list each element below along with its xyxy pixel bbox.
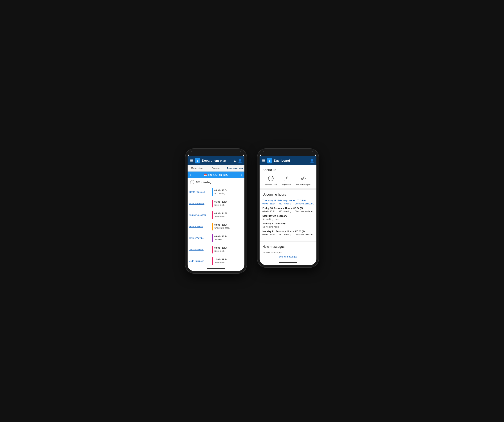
- settings-icon[interactable]: ⚙: [234, 159, 237, 163]
- my-work-time-icon: [267, 174, 275, 182]
- tab-requests[interactable]: Requests: [206, 165, 225, 171]
- employee-list: Bente Pedersen06:30 - 13:54AccountingBri…: [188, 186, 244, 267]
- shift-cell: 09:00 - 16:24Storeroom: [211, 245, 244, 255]
- day-block-saturday: Saturday 19. February No working hours: [263, 215, 313, 220]
- add-location-button[interactable]: +: [190, 180, 194, 184]
- hamburger-icon-right[interactable]: ☰: [262, 159, 265, 163]
- employee-name[interactable]: Brian Sørensen: [188, 201, 211, 206]
- shift-dept: Storeroom: [214, 215, 227, 218]
- see-all-messages-link[interactable]: See all messages: [263, 255, 313, 258]
- phone-screen-right: ☰ t Dashboard 👤 Shortcuts: [260, 151, 316, 265]
- shift-cell: 06:30 - 13:54Accounting: [211, 187, 244, 197]
- day-title-sunday: Sunday 20. February: [263, 222, 313, 225]
- employee-name[interactable]: Gunner Jacobsen: [188, 212, 211, 218]
- shortcut-sign-in-out[interactable]: Sign in/out: [282, 174, 291, 186]
- shift-dept: Storeroom: [214, 250, 227, 253]
- svg-point-4: [303, 176, 304, 178]
- shift-bar: [212, 223, 213, 230]
- day-location-friday: 330 - Kolding: [278, 210, 291, 213]
- employee-row: Jesper Iversen09:00 - 16:24Storeroom: [188, 244, 244, 255]
- day-block-thursday: Thursday 17. February. Hours: 07:24 (0) …: [263, 199, 313, 205]
- shortcuts-title: Shortcuts: [263, 168, 313, 172]
- department-plan-icon: [300, 174, 308, 182]
- day-extra-friday: Check-out assistant: [295, 210, 313, 213]
- shift-time: 12:00 - 19:24: [214, 258, 227, 261]
- shift-time: 09:00 - 16:24: [214, 246, 227, 250]
- phones-container: ☰ t Department plan ⚙ 👤 My work time Req…: [185, 149, 319, 273]
- employee-name[interactable]: Hanne Variabel: [188, 235, 211, 241]
- employee-name[interactable]: Hanne Jensen: [188, 224, 211, 229]
- shift-info: 06:30 - 13:54Storeroom: [214, 200, 227, 207]
- employee-row: Jette Sørensen12:00 - 19:24Storeroom: [188, 255, 244, 267]
- day-row-thursday: 09:00 - 16:24 330 - Kolding Check-out as…: [263, 202, 313, 205]
- employee-row: Hanne Variabel09:00 - 16:24Service: [188, 232, 244, 244]
- employee-row: Brian Sørensen06:30 - 13:54Storeroom: [188, 198, 244, 209]
- notch-bar-right: [260, 151, 316, 156]
- shift-info: 06:30 - 13:54Accounting: [214, 189, 227, 195]
- day-row-friday: 09:00 - 16:24 330 - Kolding Check-out as…: [263, 210, 313, 213]
- shortcut-my-work-time[interactable]: My work time: [265, 174, 277, 186]
- tab-department-plan[interactable]: Department plan: [226, 165, 244, 171]
- employee-name[interactable]: Bente Pedersen: [188, 189, 211, 195]
- shortcut-department-plan[interactable]: Department plan: [296, 174, 311, 186]
- day-title-monday: Monday 21. February. Hours: 07:24 (0): [263, 230, 313, 233]
- employee-name[interactable]: Jette Sørensen: [188, 258, 211, 264]
- search-user-icon[interactable]: 👤: [238, 159, 242, 163]
- app-title-right: Dashboard: [274, 159, 308, 163]
- shift-dept: Check-out assi...: [214, 227, 230, 230]
- day-block-monday: Monday 21. February. Hours: 07:24 (0) 09…: [263, 230, 313, 236]
- hamburger-icon[interactable]: ☰: [190, 159, 193, 163]
- shift-cell: 12:00 - 19:24Storeroom: [211, 256, 244, 266]
- phone-dashboard: ☰ t Dashboard 👤 Shortcuts: [257, 149, 319, 267]
- dashboard-content: Shortcuts My work time Sig: [260, 165, 316, 261]
- home-bar-left: [207, 268, 225, 269]
- shortcut-department-plan-label: Department plan: [296, 183, 311, 186]
- shift-bar: [212, 257, 213, 265]
- day-time-monday: 09:00 - 16:24: [263, 233, 275, 236]
- shift-time: 06:30 - 13:54: [214, 200, 227, 204]
- date-nav-label: 📅 Thu 17. Feb 2022: [204, 174, 228, 176]
- upcoming-hours-card: Upcoming hours Thursday 17. February. Ho…: [260, 190, 316, 240]
- location-selector: + 330 - Kolding: [188, 178, 244, 186]
- phone-department-plan: ☰ t Department plan ⚙ 👤 My work time Req…: [185, 149, 247, 273]
- employee-name[interactable]: Jesper Iversen: [188, 247, 211, 252]
- app-header-right: ☰ t Dashboard 👤: [260, 156, 316, 165]
- messages-section: New messages No new messages See all mes…: [260, 242, 316, 261]
- upcoming-hours-title: Upcoming hours: [263, 193, 313, 197]
- day-no-hours-saturday: No working hours: [263, 218, 313, 220]
- header-icons-right: 👤: [310, 159, 314, 163]
- day-row-monday: 09:00 - 16:24 330 - Kolding Check-out as…: [263, 233, 313, 236]
- sign-in-out-icon: [283, 174, 290, 182]
- employee-row: Gunner Jacobsen06:30 - 14:30Storeroom: [188, 209, 244, 221]
- phone-screen-left: ☰ t Department plan ⚙ 👤 My work time Req…: [188, 151, 244, 271]
- shift-dept: Service: [214, 238, 227, 241]
- day-title-saturday: Saturday 19. February: [263, 215, 313, 217]
- calendar-icon: 📅: [204, 174, 207, 176]
- shift-info: 09:00 - 16:24Service: [214, 235, 227, 241]
- shift-info: 12:00 - 19:24Storeroom: [214, 258, 227, 264]
- shift-dept: Accounting: [214, 192, 227, 195]
- tab-bar-left: My work time Requests Department plan: [188, 165, 244, 171]
- day-time-thursday: 09:00 - 16:24: [263, 202, 275, 205]
- app-header-left: ☰ t Department plan ⚙ 👤: [188, 156, 244, 165]
- next-date-arrow[interactable]: ›: [241, 173, 242, 177]
- shift-bar: [212, 246, 213, 253]
- shift-cell: 09:00 - 16:24Service: [211, 233, 244, 243]
- app-logo-left: t: [195, 158, 200, 164]
- shortcut-my-work-time-label: My work time: [265, 183, 277, 186]
- shift-time: 09:00 - 16:24: [214, 235, 227, 238]
- svg-line-8: [302, 179, 304, 179]
- app-title-left: Department plan: [202, 159, 232, 163]
- search-user-icon-right[interactable]: 👤: [310, 159, 314, 163]
- day-no-hours-sunday: No working hours: [263, 226, 313, 228]
- shift-time: 09:00 - 16:24: [214, 223, 230, 227]
- tab-my-work-time[interactable]: My work time: [188, 165, 206, 171]
- day-title-friday: Friday 18. February. Hours: 07:24 (0): [263, 207, 313, 210]
- shortcuts-grid: My work time Sign in/out: [263, 174, 313, 186]
- shortcut-sign-in-out-label: Sign in/out: [282, 183, 291, 186]
- shift-bar: [212, 199, 213, 207]
- prev-date-arrow[interactable]: ‹: [190, 173, 191, 177]
- shift-cell: 09:00 - 16:24Check-out assi...: [211, 222, 244, 232]
- employee-row: Hanne Jensen09:00 - 16:24Check-out assi.…: [188, 221, 244, 232]
- shift-bar: [212, 211, 213, 219]
